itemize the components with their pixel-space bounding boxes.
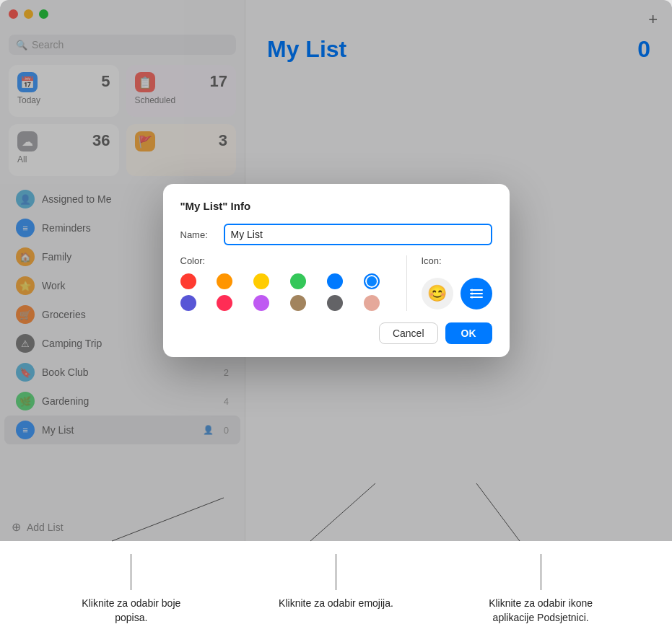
color-section: Color: [180,255,407,311]
emoji-picker-button[interactable]: 😊 [422,278,453,309]
app-window: 🔍 Search 📅 5 Today 📋 17 Scheduled [0,0,672,541]
dialog-overlay: "My List" Info Name: Color: [0,0,672,541]
color-icon-section: Color: [180,255,492,311]
annotation-color: Kliknite za odabir boje popisa. [66,554,196,625]
color-pink[interactable] [217,295,232,311]
emoji-line [336,554,336,590]
color-purple[interactable] [253,295,269,311]
color-label: Color: [180,255,206,266]
annotation-color-text: Kliknite za odabir boje popisa. [66,596,196,625]
color-brown[interactable] [290,295,306,311]
dialog-title: "My List" Info [180,200,492,212]
svg-point-3 [471,289,473,291]
color-yellow[interactable] [253,273,269,289]
color-gray[interactable] [327,295,343,311]
list-info-dialog: "My List" Info Name: Color: [163,184,510,357]
ok-button[interactable]: OK [445,322,492,344]
color-blue-selected[interactable] [364,273,380,289]
color-red[interactable] [180,273,196,289]
dialog-buttons: Cancel OK [180,322,492,344]
color-indigo[interactable] [180,295,196,311]
cancel-button[interactable]: Cancel [379,322,438,344]
annotation-icon-text: Kliknite za odabir ikone aplikacije Pods… [476,596,606,625]
color-rose[interactable] [364,295,380,311]
name-label: Name: [180,229,217,240]
icon-line [541,554,541,590]
name-input[interactable] [224,224,492,245]
list-icon-button[interactable] [461,278,492,309]
svg-point-4 [471,293,473,295]
annotation-icon: Kliknite za odabir ikone aplikacije Pods… [476,554,606,625]
icon-label: Icon: [422,255,442,266]
color-orange[interactable] [217,273,232,289]
annotation-emoji-text: Kliknite za odabir emojija. [279,596,393,610]
list-icon-svg [468,286,484,302]
name-row: Name: [180,224,492,245]
annotation-area: Kliknite za odabir boje popisa. Kliknite… [0,541,672,637]
color-grid [180,273,395,311]
color-green[interactable] [290,273,306,289]
annotation-emoji: Kliknite za odabir emojija. [271,554,401,610]
icon-section: Icon: 😊 [407,255,492,311]
icon-options: 😊 [422,278,492,309]
color-line [131,554,131,590]
color-blue[interactable] [327,273,343,289]
svg-point-5 [471,296,473,299]
